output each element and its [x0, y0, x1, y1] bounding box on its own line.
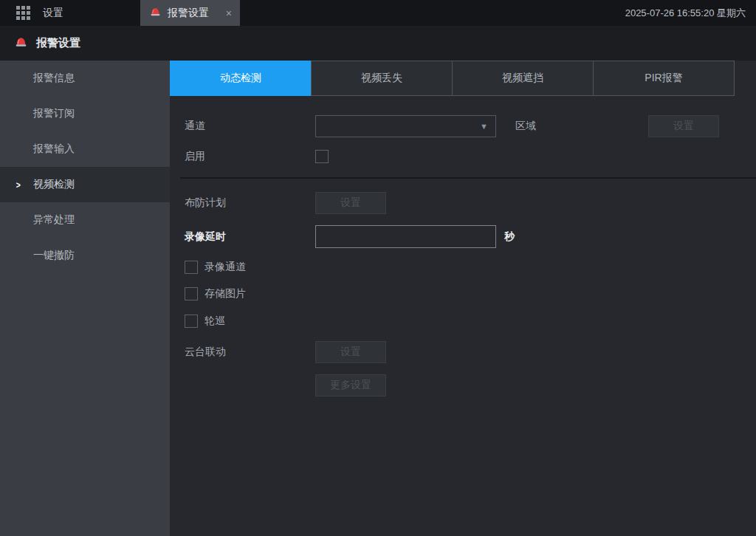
content-panel: 动态检测 视频丢失 视频遮挡 PIR报警 通道 ▼ 区域 设置 启用: [170, 61, 756, 536]
tour-checkbox[interactable]: [185, 315, 198, 328]
sidebar-item-label: 异常处理: [33, 213, 75, 227]
close-icon[interactable]: ×: [226, 8, 232, 18]
tour-row: 轮巡: [185, 315, 756, 328]
tab-video-tampering[interactable]: 视频遮挡: [452, 61, 594, 96]
store-picture-checkbox[interactable]: [185, 287, 198, 300]
record-delay-input[interactable]: [315, 225, 496, 248]
apps-grid-icon[interactable]: [16, 6, 30, 20]
tab-alarm-settings-window[interactable]: 报警设置 ×: [140, 0, 240, 26]
sidebar-item-video-detection[interactable]: > 视频检测: [0, 167, 170, 202]
system-datetime: 2025-07-26 16:55:20 星期六: [625, 7, 756, 20]
motion-detection-form: 通道 ▼ 区域 设置 启用 布防计划 设置 录像延时: [170, 96, 756, 396]
page-header: 报警设置: [0, 26, 756, 61]
store-picture-row: 存储图片: [185, 287, 756, 300]
tab-pir-alarm[interactable]: PIR报警: [593, 61, 735, 96]
main-area: 报警信息 报警订阅 报警输入 > 视频检测 异常处理 一键撤防 动态检测 视频丢…: [0, 61, 756, 536]
record-channel-row: 录像通道: [185, 261, 756, 274]
enable-row: 启用: [185, 150, 756, 163]
region-label: 区域: [515, 120, 648, 133]
sidebar-item-label: 报警输入: [33, 142, 75, 156]
ptz-linkage-row: 云台联动 设置: [185, 341, 756, 363]
chevron-down-icon: ▼: [480, 123, 488, 131]
alarm-siren-icon: [15, 36, 27, 51]
record-channel-checkbox[interactable]: [185, 261, 198, 274]
sidebar-item-one-key-disarm[interactable]: 一键撤防: [0, 238, 170, 273]
tab-video-loss[interactable]: 视频丢失: [311, 61, 453, 96]
sidebar-item-alarm-info[interactable]: 报警信息: [0, 61, 170, 96]
detection-tabs: 动态检测 视频丢失 视频遮挡 PIR报警: [170, 61, 756, 96]
record-delay-unit: 秒: [504, 230, 515, 244]
sidebar: 报警信息 报警订阅 报警输入 > 视频检测 异常处理 一键撤防: [0, 61, 170, 536]
schedule-label: 布防计划: [185, 196, 315, 210]
page-title: 报警设置: [36, 36, 80, 50]
region-setup-button[interactable]: 设置: [648, 115, 719, 137]
tab-title: 报警设置: [168, 7, 209, 20]
record-delay-row: 录像延时 秒: [185, 225, 756, 248]
schedule-row: 布防计划 设置: [185, 192, 756, 214]
schedule-setup-button[interactable]: 设置: [315, 192, 386, 214]
record-channel-label: 录像通道: [205, 261, 246, 274]
enable-checkbox[interactable]: [315, 150, 329, 163]
more-settings-row: 更多设置: [185, 374, 756, 396]
sidebar-item-label: 报警信息: [33, 72, 75, 85]
sidebar-item-alarm-subscription[interactable]: 报警订阅: [0, 96, 170, 131]
ptz-setup-button[interactable]: 设置: [315, 341, 386, 363]
channel-region-row: 通道 ▼ 区域 设置: [185, 115, 756, 137]
channel-select[interactable]: ▼: [315, 115, 496, 137]
sidebar-item-label: 报警订阅: [33, 107, 75, 120]
topbar: 设置 报警设置 × 2025-07-26 16:55:20 星期六: [0, 0, 756, 26]
chevron-right-icon: >: [16, 179, 21, 190]
home-menu-settings[interactable]: 设置: [43, 7, 63, 20]
more-settings-button[interactable]: 更多设置: [315, 374, 386, 396]
alarm-siren-icon: [150, 7, 161, 20]
sidebar-item-alarm-input[interactable]: 报警输入: [0, 131, 170, 167]
tour-label: 轮巡: [205, 315, 225, 328]
tab-motion-detection[interactable]: 动态检测: [170, 61, 312, 96]
enable-label: 启用: [185, 150, 315, 163]
ptz-linkage-label: 云台联动: [185, 346, 315, 359]
record-delay-label: 录像延时: [185, 230, 315, 244]
sidebar-item-exception-handling[interactable]: 异常处理: [0, 202, 170, 238]
section-divider: [180, 177, 756, 179]
store-picture-label: 存储图片: [205, 287, 246, 300]
sidebar-item-label: 一键撤防: [33, 249, 75, 262]
channel-label: 通道: [185, 120, 315, 133]
sidebar-item-label: 视频检测: [33, 178, 75, 191]
